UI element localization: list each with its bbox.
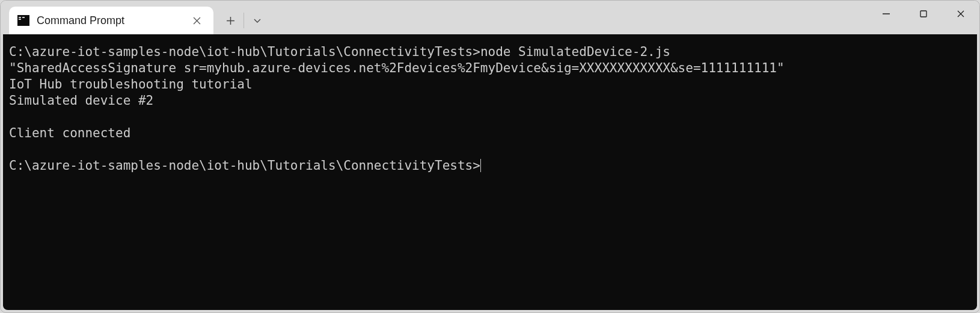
tab-command-prompt[interactable]: Command Prompt — [9, 7, 213, 34]
minimize-button[interactable] — [868, 1, 905, 27]
chevron-down-icon — [253, 16, 262, 25]
maximize-icon — [919, 10, 928, 18]
close-icon — [957, 10, 965, 18]
tab-close-button[interactable] — [188, 12, 205, 29]
terminal-output[interactable]: C:\azure-iot-samples-node\iot-hub\Tutori… — [3, 34, 977, 310]
svg-rect-5 — [920, 11, 926, 17]
close-icon — [193, 17, 201, 25]
window-controls — [868, 1, 979, 27]
tab-title: Command Prompt — [37, 14, 188, 27]
maximize-button[interactable] — [905, 1, 942, 27]
cursor — [480, 159, 482, 172]
tab-actions — [218, 7, 269, 34]
output-line: Simulated device #2 — [9, 93, 153, 108]
prompt-text: C:\azure-iot-samples-node\iot-hub\Tutori… — [9, 158, 480, 173]
output-line: Client connected — [9, 126, 130, 140]
new-tab-button[interactable] — [218, 8, 242, 33]
plus-icon — [226, 16, 235, 25]
output-line: IoT Hub troubleshooting tutorial — [9, 77, 253, 91]
cmd-icon — [17, 15, 29, 26]
title-bar: Command Prompt — [1, 1, 979, 34]
window-frame: Command Prompt — [0, 0, 980, 313]
tab-dropdown-button[interactable] — [245, 8, 269, 33]
output-line: "SharedAccessSignature sr=myhub.azure-de… — [9, 61, 785, 75]
divider — [243, 13, 244, 28]
prompt-text: C:\azure-iot-samples-node\iot-hub\Tutori… — [9, 45, 480, 59]
minimize-icon — [882, 10, 890, 18]
command-text: node SimulatedDevice-2.js — [480, 45, 670, 59]
close-window-button[interactable] — [942, 1, 979, 27]
